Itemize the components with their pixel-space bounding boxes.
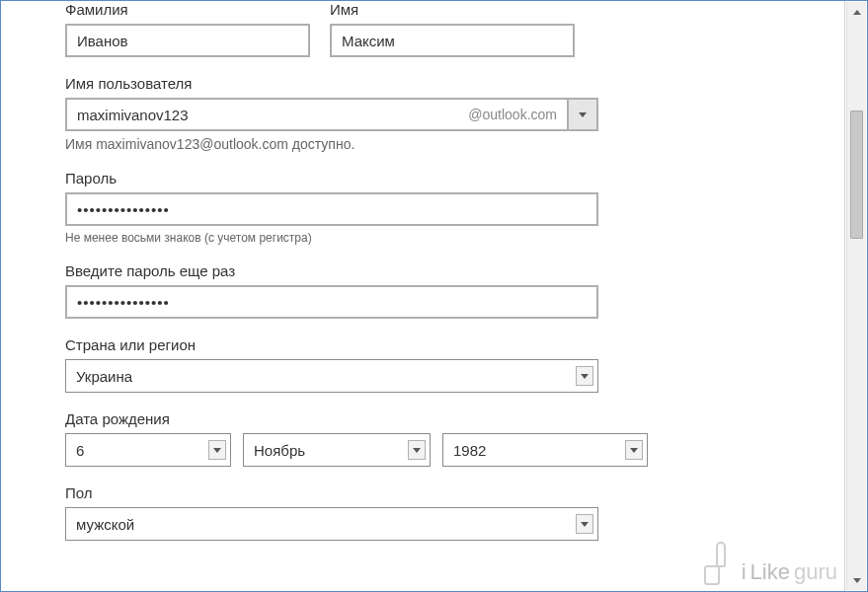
dob-month-value: Ноябрь: [254, 442, 305, 459]
scroll-down-button[interactable]: [847, 570, 866, 590]
name-row: Фамилия Имя: [65, 1, 844, 57]
email-domain-label: @outlook.com: [458, 98, 567, 131]
password-input[interactable]: [65, 192, 598, 226]
registration-form: Фамилия Имя Имя пользователя @outlook.co…: [65, 1, 844, 541]
surname-group: Фамилия: [65, 1, 310, 57]
dob-label: Дата рождения: [65, 410, 844, 427]
scroll-up-button[interactable]: [847, 2, 866, 22]
dob-year-select[interactable]: 1982: [442, 433, 648, 467]
username-available-msg: Имя maximivanov123@outlook.com доступно.: [65, 136, 844, 152]
firstname-group: Имя: [330, 1, 575, 57]
password-confirm-input[interactable]: [65, 285, 598, 319]
country-select[interactable]: Украина: [65, 359, 598, 393]
vertical-scrollbar[interactable]: [846, 2, 866, 590]
password-group: Пароль Не менее восьми знаков (с учетом …: [65, 170, 844, 245]
chevron-down-icon: [579, 112, 587, 117]
username-group: Имя пользователя @outlook.com Имя maximi…: [65, 75, 844, 152]
gender-select[interactable]: мужской: [65, 507, 598, 541]
gender-label: Пол: [65, 484, 844, 501]
username-label: Имя пользователя: [65, 75, 844, 92]
firstname-label: Имя: [330, 1, 575, 18]
password-label: Пароль: [65, 170, 844, 186]
username-input[interactable]: [65, 98, 458, 131]
select-arrow-icon: [576, 514, 593, 534]
surname-label: Фамилия: [65, 1, 310, 18]
password-hint: Не менее восьми знаков (с учетом регистр…: [65, 231, 844, 245]
country-label: Страна или регион: [65, 336, 844, 353]
form-content: Фамилия Имя Имя пользователя @outlook.co…: [1, 1, 845, 591]
scroll-thumb[interactable]: [850, 111, 863, 239]
surname-input[interactable]: [65, 24, 310, 57]
dob-row: 6 Ноябрь 1982: [65, 433, 844, 467]
gender-group: Пол мужской: [65, 484, 844, 541]
gender-value: мужской: [76, 516, 134, 533]
browser-window: Фамилия Имя Имя пользователя @outlook.co…: [0, 0, 868, 592]
dob-month-select[interactable]: Ноябрь: [243, 433, 431, 467]
country-group: Страна или регион Украина: [65, 336, 844, 393]
password-confirm-label: Введите пароль еще раз: [65, 262, 844, 279]
arrow-down-icon: [853, 578, 861, 583]
select-arrow-icon: [576, 366, 593, 386]
select-arrow-icon: [625, 440, 643, 460]
username-wrap: @outlook.com: [65, 98, 598, 131]
dob-day-select[interactable]: 6: [65, 433, 231, 467]
select-arrow-icon: [208, 440, 226, 460]
password-confirm-group: Введите пароль еще раз: [65, 262, 844, 319]
dob-year-value: 1982: [453, 442, 486, 459]
email-domain-dropdown[interactable]: [567, 98, 598, 131]
dob-day-value: 6: [76, 442, 84, 459]
dob-group: Дата рождения 6 Ноябрь 1982: [65, 410, 844, 467]
country-value: Украина: [76, 368, 132, 385]
arrow-up-icon: [853, 10, 861, 15]
select-arrow-icon: [408, 440, 426, 460]
firstname-input[interactable]: [330, 24, 575, 57]
